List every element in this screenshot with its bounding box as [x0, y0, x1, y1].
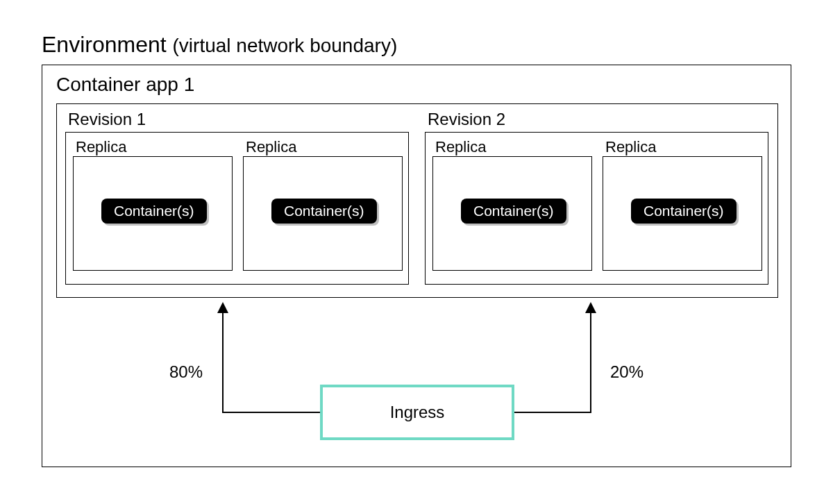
replica-title: Replica: [435, 138, 592, 156]
revision-1-box: Replica Container(s) Replica Container(s…: [65, 132, 409, 285]
container-pill: Container(s): [271, 199, 377, 224]
ingress-box: Ingress: [320, 385, 514, 440]
revision-1: Revision 1 Replica Container(s) Replica …: [65, 110, 412, 285]
diagram-canvas: Environment (virtual network boundary) C…: [42, 32, 791, 467]
replica-box: Container(s): [603, 156, 762, 271]
container-pill: Container(s): [631, 199, 737, 224]
ingress-label: Ingress: [390, 403, 445, 422]
replica-title: Replica: [246, 138, 403, 156]
traffic-percent-revision-2: 20%: [610, 362, 643, 382]
environment-title: Environment (virtual network boundary): [42, 32, 791, 58]
app-title: Container app 1: [56, 74, 194, 96]
arrow-to-revision-1: [223, 305, 320, 412]
app-box: Revision 1 Replica Container(s) Replica …: [56, 103, 778, 298]
replica-title: Replica: [605, 138, 762, 156]
replica-box: Container(s): [73, 156, 233, 271]
environment-title-sub: (virtual network boundary): [173, 35, 398, 56]
revision-2-replica-1: Replica Container(s): [432, 138, 592, 271]
environment-title-main: Environment: [42, 32, 167, 57]
container-pill: Container(s): [461, 199, 566, 224]
revision-1-replica-2: Replica Container(s): [243, 138, 403, 271]
replica-title: Replica: [76, 138, 233, 156]
revision-2-box: Replica Container(s) Replica Container(s…: [425, 132, 768, 285]
container-pill: Container(s): [101, 199, 207, 224]
replica-box: Container(s): [243, 156, 403, 271]
revision-1-title: Revision 1: [68, 110, 412, 129]
replica-box: Container(s): [432, 156, 592, 271]
revision-1-replica-1: Replica Container(s): [73, 138, 233, 271]
revision-2-replica-2: Replica Container(s): [603, 138, 762, 271]
revision-2: Revision 2 Replica Container(s) Replica …: [425, 110, 772, 285]
environment-box: Container app 1 Revision 1 Replica Conta…: [42, 65, 791, 467]
arrow-to-revision-2: [514, 305, 591, 412]
revision-2-title: Revision 2: [428, 110, 772, 129]
traffic-percent-revision-1: 80%: [169, 362, 203, 382]
